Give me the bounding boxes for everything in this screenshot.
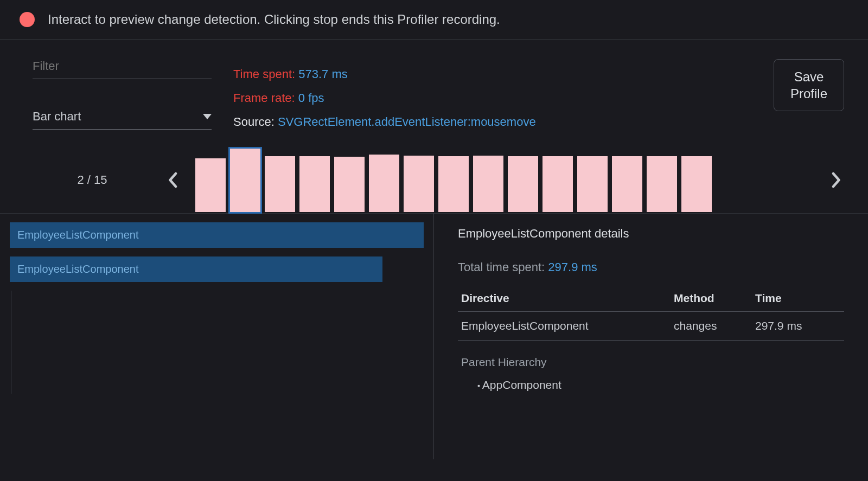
frame-rate-value: 0 fps xyxy=(298,91,324,105)
col-time: Time xyxy=(752,285,844,312)
frame-bar[interactable] xyxy=(369,155,399,212)
view-mode-value: Bar chart xyxy=(33,110,81,124)
frame-bar[interactable] xyxy=(681,156,712,212)
col-method: Method xyxy=(671,285,752,312)
source-value[interactable]: SVGRectElement.addEventListener:mousemov… xyxy=(278,115,536,129)
header-message: Interact to preview change detection. Cl… xyxy=(48,12,500,27)
view-mode-select[interactable]: Bar chart xyxy=(33,110,212,130)
col-directive: Directive xyxy=(458,285,671,312)
table-row: EmployeeListComponentchanges297.9 ms xyxy=(458,312,844,341)
frame-bar[interactable] xyxy=(542,156,573,212)
time-spent-value: 573.7 ms xyxy=(298,67,348,81)
frame-bar[interactable] xyxy=(230,149,260,212)
save-profile-button[interactable]: Save Profile xyxy=(774,59,844,111)
tree-rail xyxy=(11,291,424,394)
frame-bar[interactable] xyxy=(577,156,608,212)
hierarchy-item[interactable]: AppComponent xyxy=(477,379,844,392)
time-spent-label: Time spent: xyxy=(233,67,295,81)
prev-frame-button[interactable] xyxy=(157,165,188,195)
hierarchy-title: Parent Hierarchy xyxy=(458,356,844,369)
details-title: EmployeeListComponent details xyxy=(458,227,844,241)
frame-bar[interactable] xyxy=(612,156,642,212)
tree-bar[interactable]: EmployeeListComponent xyxy=(10,256,382,282)
frame-rate-label: Frame rate: xyxy=(233,91,295,105)
source-label: Source: xyxy=(233,115,275,129)
filter-input[interactable] xyxy=(33,59,212,73)
frame-bar[interactable] xyxy=(647,156,677,212)
frame-bar[interactable] xyxy=(438,156,469,212)
frame-bar[interactable] xyxy=(334,157,365,212)
chevron-down-icon xyxy=(203,114,212,119)
total-time-label: Total time spent: xyxy=(458,260,545,274)
tree-bar[interactable]: EmployeeListComponent xyxy=(10,222,424,248)
next-frame-button[interactable] xyxy=(821,165,852,195)
frame-bar[interactable] xyxy=(299,156,330,212)
chevron-right-icon xyxy=(832,172,841,188)
frame-bar[interactable] xyxy=(404,156,434,212)
component-tree: EmployeeListComponentEmployeeListCompone… xyxy=(0,214,434,459)
stats-block: Time spent: 573.7 ms Frame rate: 0 fps S… xyxy=(233,59,752,134)
cell-time: 297.9 ms xyxy=(752,312,844,341)
directive-table: Directive Method Time EmployeeListCompon… xyxy=(458,285,844,341)
frame-bar[interactable] xyxy=(265,156,295,212)
chevron-left-icon xyxy=(168,172,177,188)
frame-bar[interactable] xyxy=(195,158,226,212)
frame-bar[interactable] xyxy=(473,156,503,212)
frame-bar[interactable] xyxy=(508,156,538,212)
cell-directive: EmployeeListComponent xyxy=(458,312,671,341)
cell-method: changes xyxy=(671,312,752,341)
filter-input-wrap[interactable] xyxy=(33,59,212,79)
details-panel: EmployeeListComponent details Total time… xyxy=(434,214,868,459)
total-time-value: 297.9 ms xyxy=(548,260,597,274)
frames-track[interactable] xyxy=(193,148,816,212)
frame-counter: 2 / 15 xyxy=(33,173,152,187)
record-stop-button[interactable] xyxy=(20,12,35,27)
